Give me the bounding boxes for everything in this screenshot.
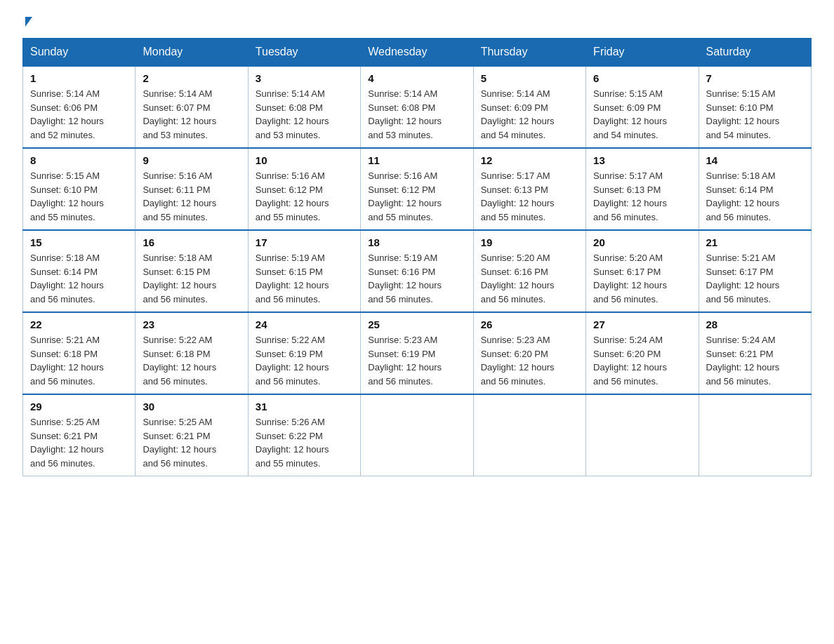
day-number: 10 <box>256 154 353 166</box>
day-info: Sunrise: 5:23 AM Sunset: 6:20 PM Dayligh… <box>481 333 578 388</box>
day-number: 9 <box>143 154 240 166</box>
calendar-cell: 4 Sunrise: 5:14 AM Sunset: 6:08 PM Dayli… <box>361 66 473 148</box>
calendar-cell: 15 Sunrise: 5:18 AM Sunset: 6:14 PM Dayl… <box>23 230 135 312</box>
day-info: Sunrise: 5:17 AM Sunset: 6:13 PM Dayligh… <box>593 169 691 224</box>
calendar-cell: 27 Sunrise: 5:24 AM Sunset: 6:20 PM Dayl… <box>586 312 699 394</box>
day-info: Sunrise: 5:21 AM Sunset: 6:17 PM Dayligh… <box>706 251 804 306</box>
calendar-cell: 21 Sunrise: 5:21 AM Sunset: 6:17 PM Dayl… <box>699 230 811 312</box>
calendar-cell: 8 Sunrise: 5:15 AM Sunset: 6:10 PM Dayli… <box>23 148 135 230</box>
day-info: Sunrise: 5:25 AM Sunset: 6:21 PM Dayligh… <box>143 415 240 470</box>
day-number: 29 <box>30 401 128 412</box>
day-number: 28 <box>706 318 804 330</box>
day-number: 4 <box>368 72 465 84</box>
calendar-cell: 5 Sunrise: 5:14 AM Sunset: 6:09 PM Dayli… <box>473 66 585 148</box>
day-number: 17 <box>256 236 353 248</box>
calendar-cell <box>699 394 811 476</box>
calendar-cell: 6 Sunrise: 5:15 AM Sunset: 6:09 PM Dayli… <box>586 66 699 148</box>
calendar-header-saturday: Saturday <box>699 39 811 67</box>
calendar-week-row: 29 Sunrise: 5:25 AM Sunset: 6:21 PM Dayl… <box>23 394 812 476</box>
day-number: 11 <box>368 154 465 166</box>
day-number: 3 <box>256 72 353 84</box>
page-header <box>22 17 812 24</box>
calendar-cell: 22 Sunrise: 5:21 AM Sunset: 6:18 PM Dayl… <box>23 312 135 394</box>
day-number: 14 <box>706 154 804 166</box>
calendar-header-wednesday: Wednesday <box>361 39 473 67</box>
calendar-header-sunday: Sunday <box>23 39 135 67</box>
calendar-cell: 25 Sunrise: 5:23 AM Sunset: 6:19 PM Dayl… <box>361 312 473 394</box>
day-info: Sunrise: 5:21 AM Sunset: 6:18 PM Dayligh… <box>30 333 128 388</box>
calendar-week-row: 15 Sunrise: 5:18 AM Sunset: 6:14 PM Dayl… <box>23 230 812 312</box>
day-number: 24 <box>256 318 353 330</box>
calendar-cell: 26 Sunrise: 5:23 AM Sunset: 6:20 PM Dayl… <box>473 312 585 394</box>
day-info: Sunrise: 5:22 AM Sunset: 6:18 PM Dayligh… <box>143 333 240 388</box>
calendar-cell: 7 Sunrise: 5:15 AM Sunset: 6:10 PM Dayli… <box>699 66 811 148</box>
calendar-cell: 17 Sunrise: 5:19 AM Sunset: 6:15 PM Dayl… <box>248 230 360 312</box>
day-info: Sunrise: 5:25 AM Sunset: 6:21 PM Dayligh… <box>30 415 128 470</box>
day-number: 8 <box>30 154 128 166</box>
day-info: Sunrise: 5:23 AM Sunset: 6:19 PM Dayligh… <box>368 333 465 388</box>
day-number: 27 <box>593 318 691 330</box>
calendar-week-row: 22 Sunrise: 5:21 AM Sunset: 6:18 PM Dayl… <box>23 312 812 394</box>
day-info: Sunrise: 5:15 AM Sunset: 6:10 PM Dayligh… <box>30 169 128 224</box>
calendar-week-row: 8 Sunrise: 5:15 AM Sunset: 6:10 PM Dayli… <box>23 148 812 230</box>
day-info: Sunrise: 5:26 AM Sunset: 6:22 PM Dayligh… <box>256 415 353 470</box>
calendar-cell <box>473 394 585 476</box>
day-number: 21 <box>706 236 804 248</box>
day-info: Sunrise: 5:17 AM Sunset: 6:13 PM Dayligh… <box>481 169 578 224</box>
day-info: Sunrise: 5:14 AM Sunset: 6:08 PM Dayligh… <box>368 87 465 142</box>
day-number: 20 <box>593 236 691 248</box>
calendar-cell: 31 Sunrise: 5:26 AM Sunset: 6:22 PM Dayl… <box>248 394 360 476</box>
calendar-cell: 13 Sunrise: 5:17 AM Sunset: 6:13 PM Dayl… <box>586 148 699 230</box>
calendar-cell: 12 Sunrise: 5:17 AM Sunset: 6:13 PM Dayl… <box>473 148 585 230</box>
calendar-cell <box>361 394 473 476</box>
day-info: Sunrise: 5:16 AM Sunset: 6:11 PM Dayligh… <box>143 169 240 224</box>
logo-triangle-icon <box>25 17 32 27</box>
calendar-cell: 11 Sunrise: 5:16 AM Sunset: 6:12 PM Dayl… <box>361 148 473 230</box>
day-info: Sunrise: 5:18 AM Sunset: 6:15 PM Dayligh… <box>143 251 240 306</box>
logo <box>22 17 32 24</box>
calendar-cell: 19 Sunrise: 5:20 AM Sunset: 6:16 PM Dayl… <box>473 230 585 312</box>
day-number: 18 <box>368 236 465 248</box>
calendar-cell: 28 Sunrise: 5:24 AM Sunset: 6:21 PM Dayl… <box>699 312 811 394</box>
calendar-cell: 23 Sunrise: 5:22 AM Sunset: 6:18 PM Dayl… <box>135 312 248 394</box>
calendar-cell: 16 Sunrise: 5:18 AM Sunset: 6:15 PM Dayl… <box>135 230 248 312</box>
calendar-cell: 10 Sunrise: 5:16 AM Sunset: 6:12 PM Dayl… <box>248 148 360 230</box>
day-info: Sunrise: 5:15 AM Sunset: 6:09 PM Dayligh… <box>593 87 691 142</box>
calendar-cell: 29 Sunrise: 5:25 AM Sunset: 6:21 PM Dayl… <box>23 394 135 476</box>
day-info: Sunrise: 5:16 AM Sunset: 6:12 PM Dayligh… <box>368 169 465 224</box>
day-number: 26 <box>481 318 578 330</box>
day-info: Sunrise: 5:16 AM Sunset: 6:12 PM Dayligh… <box>256 169 353 224</box>
calendar-cell: 3 Sunrise: 5:14 AM Sunset: 6:08 PM Dayli… <box>248 66 360 148</box>
calendar-week-row: 1 Sunrise: 5:14 AM Sunset: 6:06 PM Dayli… <box>23 66 812 148</box>
day-info: Sunrise: 5:19 AM Sunset: 6:16 PM Dayligh… <box>368 251 465 306</box>
day-number: 12 <box>481 154 578 166</box>
calendar-header-friday: Friday <box>586 39 699 67</box>
calendar-cell: 9 Sunrise: 5:16 AM Sunset: 6:11 PM Dayli… <box>135 148 248 230</box>
day-number: 6 <box>593 72 691 84</box>
day-number: 25 <box>368 318 465 330</box>
day-info: Sunrise: 5:18 AM Sunset: 6:14 PM Dayligh… <box>706 169 804 224</box>
day-number: 31 <box>256 401 353 412</box>
day-info: Sunrise: 5:15 AM Sunset: 6:10 PM Dayligh… <box>706 87 804 142</box>
calendar-header-monday: Monday <box>135 39 248 67</box>
calendar-cell: 20 Sunrise: 5:20 AM Sunset: 6:17 PM Dayl… <box>586 230 699 312</box>
calendar-cell: 14 Sunrise: 5:18 AM Sunset: 6:14 PM Dayl… <box>699 148 811 230</box>
day-number: 16 <box>143 236 240 248</box>
day-number: 5 <box>481 72 578 84</box>
day-number: 7 <box>706 72 804 84</box>
calendar-cell: 30 Sunrise: 5:25 AM Sunset: 6:21 PM Dayl… <box>135 394 248 476</box>
day-info: Sunrise: 5:22 AM Sunset: 6:19 PM Dayligh… <box>256 333 353 388</box>
day-info: Sunrise: 5:18 AM Sunset: 6:14 PM Dayligh… <box>30 251 128 306</box>
day-info: Sunrise: 5:14 AM Sunset: 6:06 PM Dayligh… <box>30 87 128 142</box>
day-number: 30 <box>143 401 240 412</box>
day-number: 23 <box>143 318 240 330</box>
calendar-table: SundayMondayTuesdayWednesdayThursdayFrid… <box>22 38 812 476</box>
calendar-header-row: SundayMondayTuesdayWednesdayThursdayFrid… <box>23 39 812 67</box>
calendar-cell <box>586 394 699 476</box>
day-number: 1 <box>30 72 128 84</box>
day-info: Sunrise: 5:14 AM Sunset: 6:09 PM Dayligh… <box>481 87 578 142</box>
day-info: Sunrise: 5:19 AM Sunset: 6:15 PM Dayligh… <box>256 251 353 306</box>
day-info: Sunrise: 5:14 AM Sunset: 6:08 PM Dayligh… <box>256 87 353 142</box>
day-number: 15 <box>30 236 128 248</box>
calendar-cell: 2 Sunrise: 5:14 AM Sunset: 6:07 PM Dayli… <box>135 66 248 148</box>
